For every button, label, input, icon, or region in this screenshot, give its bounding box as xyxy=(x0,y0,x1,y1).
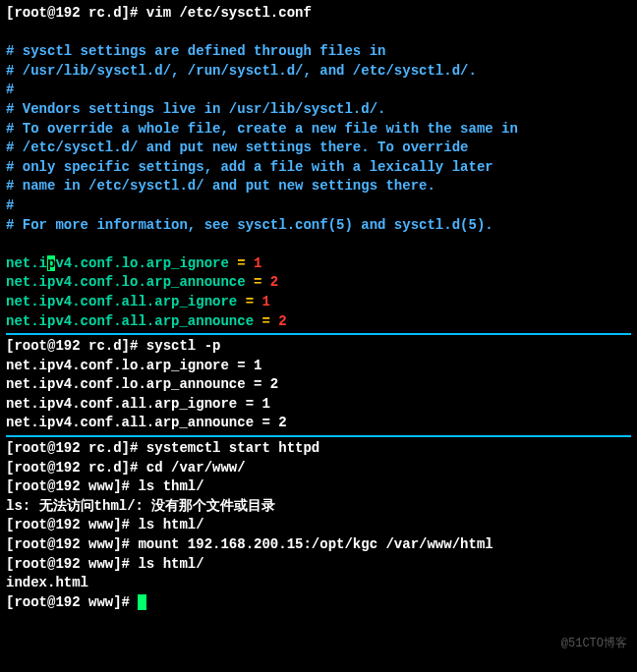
shell-prompt: [root@192 rc.d]# xyxy=(6,460,146,476)
equals-sign: = xyxy=(254,313,278,329)
shell-prompt: [root@192 www]# xyxy=(6,594,138,610)
file-comment: # xyxy=(6,81,631,100)
file-comment: # only specific settings, add a file wit… xyxy=(6,158,631,178)
command-text: ls thml/ xyxy=(138,478,203,494)
setting-key: v4.conf.lo.arp_ignore xyxy=(55,255,228,271)
file-comment: # /etc/sysctl.d/ and put new settings th… xyxy=(6,139,631,158)
output-line: net.ipv4.conf.all.arp_announce = 2 xyxy=(6,414,631,433)
equals-sign: = xyxy=(229,255,254,271)
command-line: [root@192 www]# ls html/ xyxy=(6,516,631,535)
shell-prompt: [root@192 rc.d]# xyxy=(6,338,146,354)
file-comment: # sysctl settings are defined through fi… xyxy=(6,42,631,62)
command-text: cd /var/www/ xyxy=(146,460,246,476)
shell-prompt: [root@192 www]# xyxy=(6,478,138,494)
setting-value: 1 xyxy=(254,255,261,271)
output-line: net.ipv4.conf.all.arp_ignore = 1 xyxy=(6,395,631,415)
output-line: net.ipv4.conf.lo.arp_announce = 2 xyxy=(6,375,631,395)
command-line: [root@192 rc.d]# sysctl -p xyxy=(6,337,631,357)
sysctl-setting: net.ipv4.conf.all.arp_announce = 2 xyxy=(6,312,631,332)
command-line: [root@192 rc.d]# vim /etc/sysctl.conf xyxy=(6,4,631,24)
setting-key: net.i xyxy=(6,255,47,271)
file-comment: # name in /etc/sysctl.d/ and put new set… xyxy=(6,177,631,196)
error-line: ls: 无法访问thml/: 没有那个文件或目录 xyxy=(6,497,631,517)
command-line: [root@192 www]# mount 192.168.200.15:/op… xyxy=(6,535,631,555)
file-comment: # xyxy=(6,196,631,216)
shell-cursor xyxy=(138,594,146,610)
shell-prompt: [root@192 rc.d]# xyxy=(6,440,146,456)
section-divider xyxy=(6,333,631,335)
setting-value: 2 xyxy=(278,313,286,329)
file-comment: # Vendors settings live in /usr/lib/sysc… xyxy=(6,100,631,120)
equals-sign: = xyxy=(246,274,270,290)
command-text: vim /etc/sysctl.conf xyxy=(146,5,312,21)
command-line: [root@192 www]# ls thml/ xyxy=(6,477,631,497)
shell-prompt: [root@192 www]# xyxy=(6,536,138,552)
sysctl-setting: net.ipv4.conf.lo.arp_announce = 2 xyxy=(6,273,631,293)
setting-value: 2 xyxy=(270,274,278,290)
output-line: net.ipv4.conf.lo.arp_ignore = 1 xyxy=(6,357,631,376)
setting-value: 1 xyxy=(261,294,269,309)
command-text: systemctl start httpd xyxy=(146,440,319,456)
sysctl-setting: net.ipv4.conf.lo.arp_ignore = 1 xyxy=(6,254,631,274)
file-comment: # /usr/lib/sysctl.d/, /run/sysctl.d/, an… xyxy=(6,62,631,82)
command-line[interactable]: [root@192 www]# xyxy=(6,593,631,613)
command-line: [root@192 rc.d]# cd /var/www/ xyxy=(6,459,631,478)
watermark-text: @51CTO博客 xyxy=(561,636,627,652)
blank-line xyxy=(6,235,631,254)
command-line: [root@192 www]# ls html/ xyxy=(6,555,631,575)
command-text: mount 192.168.200.15:/opt/kgc /var/www/h… xyxy=(138,536,492,552)
command-text: sysctl -p xyxy=(146,338,221,354)
sysctl-setting: net.ipv4.conf.all.arp_ignore = 1 xyxy=(6,293,631,312)
command-text: ls html/ xyxy=(138,556,203,572)
section-divider xyxy=(6,435,631,437)
command-text: ls html/ xyxy=(138,517,203,532)
blank-line xyxy=(6,24,631,43)
setting-key: net.ipv4.conf.all.arp_announce xyxy=(6,313,254,329)
equals-sign: = xyxy=(237,294,261,309)
output-line: index.html xyxy=(6,574,631,593)
shell-prompt: [root@192 rc.d]# xyxy=(6,5,146,21)
setting-key: net.ipv4.conf.all.arp_ignore xyxy=(6,294,237,309)
file-comment: # For more information, see sysctl.conf(… xyxy=(6,216,631,236)
command-line: [root@192 rc.d]# systemctl start httpd xyxy=(6,439,631,459)
shell-prompt: [root@192 www]# xyxy=(6,556,138,572)
terminal-window[interactable]: [root@192 rc.d]# vim /etc/sysctl.conf # … xyxy=(0,0,637,616)
file-comment: # To override a whole file, create a new… xyxy=(6,120,631,140)
shell-prompt: [root@192 www]# xyxy=(6,517,138,532)
setting-key: net.ipv4.conf.lo.arp_announce xyxy=(6,274,246,290)
